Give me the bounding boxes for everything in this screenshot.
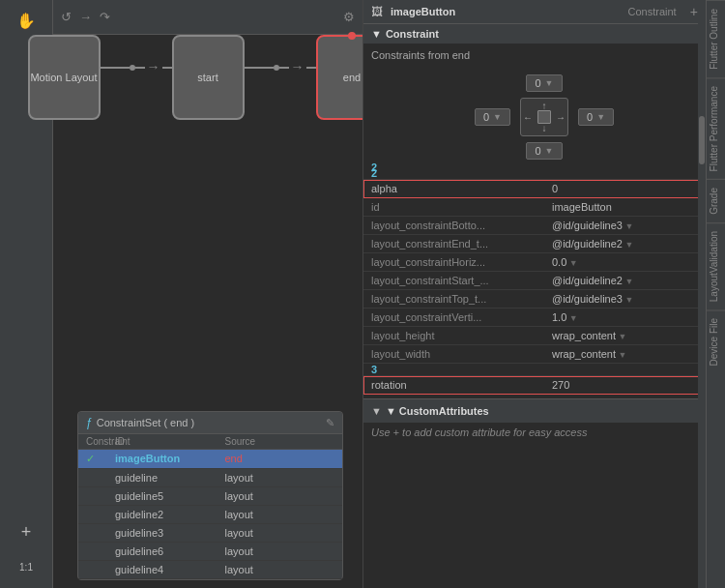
prop-key: id: [363, 198, 544, 217]
motion-layout-node[interactable]: Motion Layout: [28, 35, 101, 120]
constraint-bottom-box[interactable]: 0 ▼: [526, 142, 562, 160]
prop-key: layout_height: [363, 327, 544, 345]
tab-layout-validation[interactable]: LayoutValidation: [707, 222, 725, 309]
badge-3-spacer: 3: [363, 364, 725, 376]
row-source: layout: [225, 564, 335, 575]
motion-layout-label: Motion Layout: [30, 71, 97, 84]
table-row[interactable]: layout_constraintHoriz...0.0 ▼: [363, 253, 725, 272]
row-id: guideline: [115, 472, 225, 484]
table-row[interactable]: layout_constraintStart_...@id/guideline2…: [363, 272, 725, 290]
scrollbar-thumb[interactable]: [699, 116, 705, 164]
col-id: ID: [115, 436, 225, 447]
check-icon: ✓: [86, 453, 115, 465]
row-source: layout: [225, 545, 335, 557]
table-row[interactable]: layout_heightwrap_content ▼: [363, 327, 725, 345]
table-row[interactable]: layout_constraintBotto...@id/guideline3 …: [363, 217, 725, 235]
row-id: guideline2: [115, 509, 225, 520]
constraint-section-label: Constraint: [386, 28, 439, 40]
connector-2: →: [245, 59, 316, 96]
table-row[interactable]: guideline layout: [78, 469, 342, 487]
prop-key: layout_constraintStart_...: [363, 272, 544, 290]
prop-key: layout_constraintHoriz...: [363, 253, 544, 272]
row-id: imageButton: [115, 453, 225, 465]
top-dot: [348, 32, 356, 40]
props-scroll-area[interactable]: 2alpha0idimageButtonlayout_constraintBot…: [363, 167, 725, 588]
table-row[interactable]: layout_widthwrap_content ▼: [363, 345, 725, 364]
row-source: layout: [225, 490, 335, 502]
end-label: end: [343, 71, 361, 84]
prop-key: layout_width: [363, 345, 544, 364]
constraint-label-right: Constraint: [627, 6, 676, 17]
ct-header-row: Constraint ID Source: [78, 434, 342, 450]
edit-icon[interactable]: ✎: [326, 417, 334, 429]
top-toolbar: ↻ → ↷ ⚙: [53, 0, 362, 35]
badge-2-spacer: 2: [363, 167, 725, 180]
tab-device-file[interactable]: Device File: [707, 309, 725, 373]
constraint-visual: 0 ▼ 0 ▼ ↑ ↓ ← →: [363, 67, 725, 167]
prop-key: layout_constraintTop_t...: [363, 290, 544, 309]
table-row[interactable]: alpha0: [363, 180, 725, 198]
constraint-top-box[interactable]: 0 ▼: [526, 74, 562, 92]
custom-attrs-collapse-icon[interactable]: ▼: [371, 405, 382, 417]
row-id: guideline3: [115, 527, 225, 539]
connector-1: →: [101, 59, 172, 96]
constraint-set-title: ConstraintSet ( end ): [97, 417, 195, 428]
row-id: guideline5: [115, 490, 225, 502]
properties-table: 2alpha0idimageButtonlayout_constraintBot…: [363, 167, 725, 395]
constraint-left-box[interactable]: 0 ▼: [475, 108, 510, 126]
constraint-set-panel: ƒ ConstraintSet ( end ) ✎ Constraint ID …: [77, 411, 343, 580]
badge-3-label: 3: [371, 364, 377, 375]
prop-key: layout_constraintBotto...: [363, 217, 544, 235]
constraint-right-box[interactable]: 0 ▼: [578, 108, 614, 126]
table-row[interactable]: idimageButton: [363, 198, 725, 217]
right-panel: 🖼 imageButton Constraint + − ▼ Constrain…: [362, 0, 725, 588]
ratio-icon[interactable]: 1:1: [15, 558, 37, 576]
collapse-icon[interactable]: ▼: [371, 28, 382, 40]
row-source: end: [225, 453, 335, 465]
col-source: Source: [225, 436, 335, 447]
image-icon: 🖼: [371, 5, 383, 18]
tab-grade[interactable]: Grade: [707, 179, 725, 222]
right-header: 🖼 imageButton Constraint + −: [363, 0, 725, 24]
table-row[interactable]: layout_constraintTop_t...@id/guideline3 …: [363, 290, 725, 309]
table-row[interactable]: layout_constraintEnd_t...@id/guideline2 …: [363, 235, 725, 253]
constraint-set-header: ƒ ConstraintSet ( end ) ✎: [78, 412, 342, 434]
transition-icon[interactable]: ↷: [100, 10, 110, 24]
right-panel-title: imageButton: [391, 6, 455, 17]
scrollbar-track[interactable]: [698, 0, 706, 588]
custom-attrs-label: ▼ CustomAttributes: [386, 405, 489, 417]
custom-attrs-hint: Use + to add custom attribute for easy a…: [363, 423, 725, 442]
col-constraint: Constraint: [86, 436, 115, 447]
constraint-center-box: ↑ ↓ ← →: [520, 98, 568, 136]
row-id: guideline6: [115, 545, 225, 557]
row-id: guideline4: [115, 564, 225, 575]
constraint-section-title: ▼ Constraint: [363, 24, 725, 44]
prop-key: layout_constraintVerti...: [363, 309, 544, 327]
table-row[interactable]: guideline4 layout: [78, 561, 342, 579]
right-side-tabs: Flutter Outline Flutter Performance Grad…: [706, 0, 725, 588]
badge-2-label: 2: [371, 162, 377, 173]
arrow-right-icon[interactable]: →: [79, 10, 92, 24]
sync-icon[interactable]: ↻: [61, 10, 72, 24]
table-row[interactable]: guideline5 layout: [78, 487, 342, 506]
row-source: layout: [225, 472, 335, 484]
tab-flutter-performance[interactable]: Flutter Performance: [707, 77, 725, 179]
prop-key: alpha: [363, 180, 544, 198]
constraint-from-end: Constraints from end: [363, 44, 725, 67]
table-row[interactable]: guideline3 layout: [78, 524, 342, 543]
table-row[interactable]: rotation270: [363, 376, 725, 395]
start-node[interactable]: start: [172, 35, 245, 120]
table-row[interactable]: layout_constraintVerti...1.0 ▼: [363, 309, 725, 327]
add-constraint-btn[interactable]: +: [690, 4, 698, 19]
constraint-table: Constraint ID Source ✓ imageButton end g…: [78, 434, 342, 579]
table-row[interactable]: guideline2 layout: [78, 506, 342, 524]
row-source: layout: [225, 527, 335, 539]
tab-flutter-outline[interactable]: Flutter Outline: [707, 0, 725, 77]
table-row[interactable]: guideline6 layout: [78, 543, 342, 561]
table-row[interactable]: ✓ imageButton end: [78, 450, 342, 469]
settings-icon[interactable]: ⚙: [343, 10, 355, 24]
nodes-container: Motion Layout → start: [28, 35, 389, 120]
hand-tool-icon[interactable]: ✋: [13, 8, 40, 34]
add-icon[interactable]: +: [17, 518, 36, 546]
prop-key: rotation: [363, 376, 544, 395]
